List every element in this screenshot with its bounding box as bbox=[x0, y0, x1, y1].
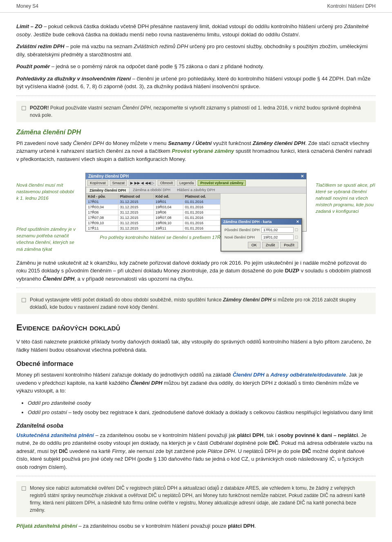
cell: 31.12.2015 bbox=[118, 226, 154, 231]
cell: 17Ř09,10 bbox=[86, 221, 118, 226]
toolbar-legenda[interactable]: Legenda bbox=[177, 180, 196, 186]
info-box-3: ☐ Money sice nabízí automatické ověření … bbox=[16, 481, 376, 517]
page: Money S4 Kontrolní hlášení DPH Limit – Z… bbox=[0, 0, 392, 542]
subwindow-label-1: Původní členění DPH bbox=[225, 228, 261, 232]
cell: 17Ř07,08 bbox=[86, 215, 118, 221]
subwindow-value-1[interactable]: 17ř01,02 bbox=[261, 227, 294, 233]
pohledavky-label: Pohledávky za dlužníky v insolvenčním ří… bbox=[16, 76, 131, 82]
subwindow-close[interactable]: ✕ bbox=[296, 220, 299, 224]
dotted-separator-3 bbox=[16, 476, 376, 476]
header-right: Kontrolní hlášení DPH bbox=[327, 3, 376, 9]
zameny-table: Kód - pův. Platnost od Kód od. Platnost … bbox=[86, 194, 220, 231]
para-pouzit-pomer: Použít poměr – jedná se o poměrný nárok … bbox=[16, 62, 376, 71]
cell: 17Ř03,04 bbox=[86, 205, 118, 210]
screenshot-center: Záměny členění DPH ✕ Kopírovat Smazat ▶ … bbox=[80, 170, 312, 241]
cell: 31.12.2015 bbox=[118, 199, 154, 205]
left-note-2: Před spuštěním záměny je v seznamu potře… bbox=[16, 226, 76, 252]
zamena-para: Při zavedení nové sady Členění DPH do Mo… bbox=[16, 139, 376, 163]
evidence-heading: Evidence daňových dokladů bbox=[16, 322, 376, 333]
pouzit-pomer-text: – jedná se o poměrný nárok na odpočet da… bbox=[51, 63, 264, 69]
cell: 19Ř09,10 bbox=[154, 221, 183, 226]
fake-window: Záměny členění DPH ✕ Kopírovat Smazat ▶ … bbox=[85, 173, 307, 232]
jestlize-text: Jestliže bude celková částka na dokladu … bbox=[33, 31, 300, 38]
col-platnost-od2: Platnost od. bbox=[183, 194, 220, 199]
cell: 17Ř01 bbox=[86, 199, 118, 205]
fake-window-controls: ✕ bbox=[301, 174, 304, 178]
prijata-label: Přijatá zdanitelná plnění bbox=[16, 523, 77, 529]
subwindow-body: Původní členění DPH 17ř01,02 ☐ Nové člen… bbox=[221, 225, 301, 251]
table-row[interactable]: 17Ř06 31.12.2015 19Ř06 01.01.2016 bbox=[86, 210, 220, 215]
fake-toolbar[interactable]: Kopírovat Smazat ▶ ▶▶ ◀ ◀◀ ▷ Obnovit Leg… bbox=[86, 179, 306, 187]
table-row[interactable]: 17Ř11 31.12.2015 19Ř11 01.01.2016 bbox=[86, 226, 220, 231]
para-pohledavky: Pohledávky za dlužníky v insolvenčním ří… bbox=[16, 75, 376, 91]
header-left: Money S4 bbox=[16, 3, 38, 9]
toolbar-smazat[interactable]: Smazat bbox=[110, 180, 127, 186]
toolbar-obnovit[interactable]: Obnovit bbox=[158, 180, 175, 186]
zdanitelna-para: Uskutečněná zdanitelná plnění – za zdani… bbox=[16, 431, 376, 471]
toolbar-provest[interactable]: Provést vybrané záměny bbox=[198, 180, 246, 186]
table-row[interactable]: 17Ř09,10 31.12.2015 19Ř09,10 01.01.2016 bbox=[86, 221, 220, 226]
toolbar-kopirovat[interactable]: Kopírovat bbox=[87, 180, 108, 186]
dotted-separator-1 bbox=[16, 96, 376, 96]
col-kod-od: Kód od. bbox=[154, 194, 183, 199]
zvlastni-text: – pole má vazbu na seznam Zvláštních rež… bbox=[16, 43, 368, 58]
info-icon-3: ☐ bbox=[21, 484, 27, 493]
tab-zameny[interactable]: Záměny členění DPH bbox=[86, 187, 129, 193]
fake-subwindow: Záměna členění DPH - karta ✕ Původní čle… bbox=[220, 218, 302, 252]
fake-tabs: Záměny členění DPH Záměna a období DPH H… bbox=[86, 187, 306, 194]
fake-titlebar: Záměny členění DPH ✕ bbox=[86, 173, 306, 179]
uskutecnena-label: Uskutečněná zdanitelná plnění bbox=[16, 432, 94, 438]
cell: 01.01.2016 bbox=[183, 226, 220, 231]
info-box-1-text: POZOR! Pokud používáte vlastní seznam Čl… bbox=[30, 104, 371, 119]
subwindow-zrusit-btn[interactable]: Zrušit bbox=[262, 242, 279, 248]
obecne-para: Money při sestavení kontrolního hlášení … bbox=[16, 371, 376, 395]
obecne-heading: Obecné informace bbox=[16, 360, 376, 368]
prijata-para: Přijatá zdanitelná plnění – za zdaniteln… bbox=[16, 522, 376, 530]
info-box-2: ☐ Pokud vystavujete větší počet dokladů … bbox=[16, 293, 376, 314]
screenshot-area: Nová členění musí mít nastavenou platnos… bbox=[16, 170, 376, 252]
zdanitelna-heading: Zdanitelná osoba bbox=[16, 422, 376, 429]
dotted-separator-2 bbox=[16, 288, 376, 288]
subwindow-icon-2[interactable]: ☐ bbox=[295, 235, 298, 239]
cell: 19Ř07,08 bbox=[154, 215, 183, 221]
bullet-item-1: Oddíl pro zdanitelné osoby bbox=[28, 399, 376, 407]
prijata-text: – za zdanitelnou osobu se v kontrolním h… bbox=[78, 523, 256, 529]
info-box-3-text: Money sice nabízí automatické ověření DI… bbox=[30, 484, 371, 514]
info-box-1: ☐ POZOR! Pokud používáte vlastní seznam … bbox=[16, 101, 376, 122]
tab-zamena-obdobi[interactable]: Záměna a období DPH bbox=[129, 187, 174, 193]
cell: 01.01.2016 bbox=[183, 215, 220, 221]
evidence-intro: V této části naleznete praktické příklad… bbox=[16, 338, 376, 354]
cell: 19Ř01 bbox=[154, 199, 183, 205]
subwindow-pouzit-btn[interactable]: Použít bbox=[280, 242, 298, 248]
subwindow-row-1: Původní členění DPH 17ř01,02 ☐ bbox=[225, 227, 298, 233]
subwindow-ok-btn[interactable]: OK bbox=[248, 242, 261, 248]
cell: 17Ř06 bbox=[86, 210, 118, 215]
para-zvlastni: Zvláštní režim DPH – pole má vazbu na se… bbox=[16, 42, 376, 58]
subwindow-icon-1[interactable]: ☐ bbox=[295, 228, 298, 232]
cell: 19Ř11 bbox=[154, 226, 183, 231]
subwindow-value-2[interactable]: 19ř01,02 bbox=[261, 234, 294, 240]
cell: 01.01.2016 bbox=[183, 205, 220, 210]
subwindow-label-2: Nové členění DPH bbox=[225, 235, 261, 239]
zamena-heading: Záměna členění DPH bbox=[16, 129, 376, 136]
bullet-item-2: Oddíl pro ostatní – tedy osoby bez regis… bbox=[28, 408, 376, 417]
col-kod-puv: Kód - pův. bbox=[86, 194, 118, 199]
table-row[interactable]: 17Ř03,04 31.12.2015 19Ř03,04 01.01.2016 bbox=[86, 205, 220, 210]
toolbar-icons: ▶ ▶▶ ◀ ◀◀ ▷ bbox=[129, 180, 156, 186]
cell: 01.01.2016 bbox=[183, 199, 220, 205]
zamena-para-2: Záměnu je nutné uskutečnit až k okamžiku… bbox=[16, 259, 376, 283]
table-row[interactable]: 17Ř01 31.12.2015 19Ř01 01.01.2016 bbox=[86, 199, 220, 205]
obecne-bullets: Oddíl pro zdanitelné osoby Oddíl pro ost… bbox=[28, 399, 376, 417]
zvlastni-label: Zvláštní režim DPH bbox=[16, 43, 65, 49]
table-row[interactable]: 17Ř07,08 31.12.2015 19Ř07,08 01.01.2016 bbox=[86, 215, 220, 221]
cell: 19Ř06 bbox=[154, 210, 183, 215]
fake-window-title: Záměny členění DPH bbox=[88, 174, 129, 178]
table-container: Kód - pův. Platnost od Kód od. Platnost … bbox=[86, 194, 306, 231]
table-header-row: Kód - pův. Platnost od Kód od. Platnost … bbox=[86, 194, 220, 199]
info-box-2-text: Pokud vystavujete větší počet dokladů do… bbox=[30, 296, 371, 311]
limit-zo-label: Limit – ZO bbox=[16, 23, 42, 29]
tab-hlaseni[interactable]: Hlášení a závěrky DPH bbox=[174, 187, 218, 193]
subwindow-title: Záměna členění DPH - karta bbox=[223, 220, 272, 224]
col-platnost-od: Platnost od bbox=[118, 194, 154, 199]
cell: 19Ř03,04 bbox=[154, 205, 183, 210]
